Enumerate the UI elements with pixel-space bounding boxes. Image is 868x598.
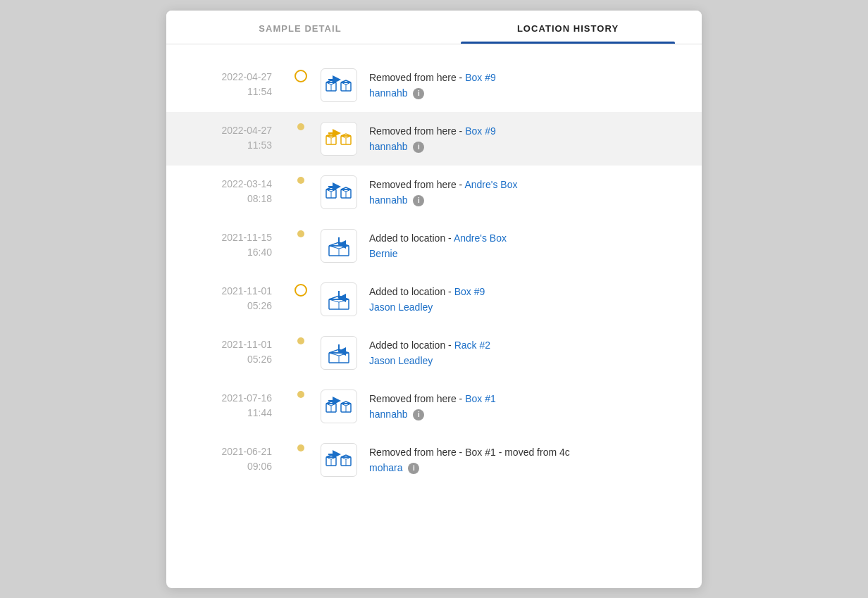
timeline-text: Removed from here - Box #1 hannahb i xyxy=(369,390,688,423)
timeline-text: Removed from here - Andre's Box hannahb … xyxy=(369,175,688,208)
icon-box xyxy=(321,443,357,477)
svg-marker-53 xyxy=(326,401,336,404)
timeline-item: 2022-04-2711:54 xyxy=(166,58,702,112)
add-blue-icon xyxy=(326,342,352,364)
timeline-icon xyxy=(318,282,359,316)
info-icon[interactable]: i xyxy=(413,142,424,153)
timeline-text: Added to location - Box #9 Jason Leadley xyxy=(369,282,688,316)
info-icon[interactable]: i xyxy=(408,463,419,474)
svg-marker-24 xyxy=(326,187,336,189)
svg-marker-58 xyxy=(341,401,351,404)
timeline-text: Added to location - Andre's Box Bernie xyxy=(369,229,688,262)
dot-circle xyxy=(294,70,307,82)
remove-blue-icon xyxy=(326,449,352,471)
info-icon[interactable]: i xyxy=(413,195,424,206)
timeline-dot xyxy=(293,177,309,184)
add-blue-icon xyxy=(326,288,352,311)
timeline-item: 2022-04-2711:53 xyxy=(166,112,702,166)
timeline-text: Removed from here - Box #1 - moved from … xyxy=(369,443,688,476)
timeline-date: 2021-11-0105:26 xyxy=(180,336,293,367)
icon-box xyxy=(321,175,357,209)
dot-plain xyxy=(297,230,304,237)
timeline-item: 2021-11-1516:40 xyxy=(166,219,702,273)
timeline-date: 2022-04-2711:53 xyxy=(180,122,293,153)
icon-box xyxy=(321,282,357,316)
timeline-item: 2021-07-1611:44 xyxy=(166,380,702,433)
timeline-date: 2021-11-1516:40 xyxy=(180,229,293,260)
main-card: SAMPLE DETAIL LOCATION HISTORY 2022-04-2… xyxy=(166,11,702,588)
icon-box xyxy=(321,336,357,370)
info-icon[interactable]: i xyxy=(413,409,424,421)
remove-blue-icon xyxy=(326,181,352,204)
info-icon[interactable]: i xyxy=(413,88,424,99)
timeline-item: 2021-11-0105:26 xyxy=(166,326,702,380)
timeline-date: 2021-07-1611:44 xyxy=(180,390,293,421)
dot-plain xyxy=(297,337,304,344)
dot-plain xyxy=(297,391,304,398)
location-link[interactable]: Box #9 xyxy=(465,125,496,137)
location-link[interactable]: Rack #2 xyxy=(454,340,490,351)
icon-box xyxy=(321,68,357,102)
svg-marker-7 xyxy=(341,80,351,82)
remove-blue-icon xyxy=(326,74,352,96)
timeline-dot xyxy=(293,391,309,398)
timeline-item: 2021-06-2109:06 xyxy=(166,433,702,487)
timeline-item: 2021-11-0105:26 xyxy=(166,273,702,326)
timeline-icon xyxy=(318,390,359,423)
icon-box xyxy=(321,229,357,263)
dot-plain xyxy=(297,177,304,184)
timeline: 2022-04-2711:54 xyxy=(166,58,702,487)
dot-plain xyxy=(297,444,304,451)
svg-marker-13 xyxy=(326,134,336,136)
location-link[interactable]: Box #1 xyxy=(465,393,496,404)
location-link[interactable]: Andre's Box xyxy=(464,179,517,190)
dot-plain xyxy=(297,123,304,130)
svg-marker-29 xyxy=(341,187,351,189)
timeline-dot xyxy=(293,123,309,130)
timeline-dot xyxy=(293,70,309,82)
svg-marker-64 xyxy=(326,455,336,457)
tab-bar: SAMPLE DETAIL LOCATION HISTORY xyxy=(166,11,702,44)
location-link[interactable]: Andre's Box xyxy=(454,232,507,244)
icon-box xyxy=(321,122,357,156)
timeline-icon xyxy=(318,68,359,102)
timeline-text: Removed from here - Box #9 hannahb i xyxy=(369,68,688,101)
remove-blue-icon xyxy=(326,395,352,418)
add-blue-icon xyxy=(326,235,352,257)
timeline-dot xyxy=(293,284,309,297)
dot-circle xyxy=(294,284,307,297)
timeline-icon xyxy=(318,336,359,370)
timeline-text: Added to location - Rack #2 Jason Leadle… xyxy=(369,336,688,369)
timeline-icon xyxy=(318,122,359,156)
timeline-date: 2021-06-2109:06 xyxy=(180,443,293,474)
svg-marker-18 xyxy=(341,134,351,136)
timeline-icon xyxy=(318,175,359,209)
timeline-dot xyxy=(293,444,309,451)
timeline-icon xyxy=(318,229,359,263)
tab-location-history[interactable]: LOCATION HISTORY xyxy=(434,11,702,44)
location-link[interactable]: Box #9 xyxy=(454,286,485,297)
timeline-item: 2022-03-1408:18 xyxy=(166,166,702,219)
timeline-date: 2021-11-0105:26 xyxy=(180,282,293,313)
remove-orange-icon xyxy=(326,127,352,150)
svg-marker-69 xyxy=(341,455,351,457)
timeline-date: 2022-04-2711:54 xyxy=(180,68,293,99)
tab-content: 2022-04-2711:54 xyxy=(166,44,702,501)
timeline-text: Removed from here - Box #9 hannahb i xyxy=(369,122,688,155)
tab-sample-detail[interactable]: SAMPLE DETAIL xyxy=(166,11,434,44)
icon-box xyxy=(321,390,357,423)
timeline-icon xyxy=(318,443,359,477)
timeline-dot xyxy=(293,337,309,344)
svg-marker-2 xyxy=(326,80,336,82)
timeline-date: 2022-03-1408:18 xyxy=(180,175,293,206)
location-link[interactable]: Box #9 xyxy=(465,72,496,83)
timeline-dot xyxy=(293,230,309,237)
